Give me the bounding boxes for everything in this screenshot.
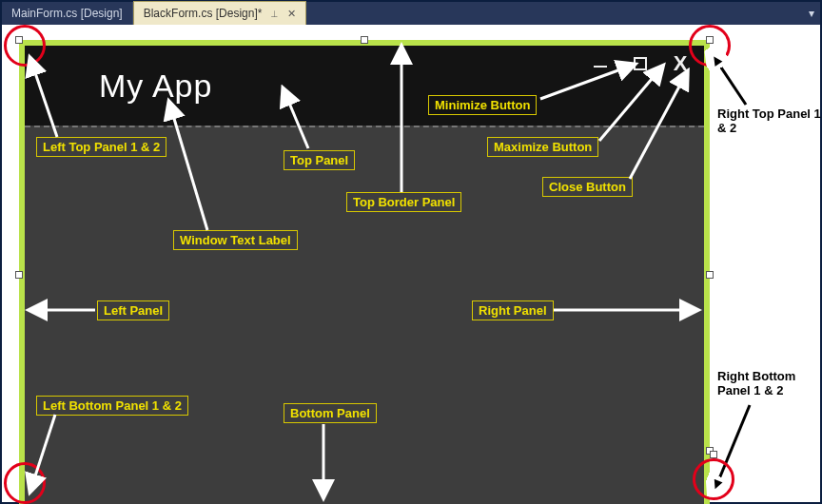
tab-blackform[interactable]: BlackForm.cs [Design]* ⟂ ✕ [133, 1, 307, 25]
resize-handle-n[interactable] [361, 36, 368, 44]
close-tab-icon[interactable]: ✕ [287, 8, 296, 20]
designer-surface: My App X [2, 25, 820, 502]
ann-minimize: Minimize Button [428, 95, 537, 115]
tab-mainform[interactable]: MainForm.cs [Design] [2, 2, 133, 25]
tab-blackform-label: BlackForm.cs [Design]* [144, 7, 263, 20]
ann-right-top-side: Right Top Panel 1 & 2 [717, 107, 822, 135]
ann-top-border: Top Border Panel [346, 192, 461, 212]
titlebar-divider [25, 126, 704, 127]
window-buttons-group: X [590, 53, 691, 74]
minimize-icon [592, 55, 609, 72]
ide-outer-frame: MainForm.cs [Design] BlackForm.cs [Desig… [0, 0, 822, 504]
chevron-down-icon: ▾ [809, 7, 814, 20]
ann-right-bottom-side: Right Bottom Panel 1 & 2 [717, 369, 822, 397]
ann-left-bottom: Left Bottom Panel 1 & 2 [36, 396, 188, 416]
ann-close: Close Button [542, 177, 633, 197]
ann-bottom-panel: Bottom Panel [284, 403, 377, 423]
custom-window-form[interactable]: My App X [19, 40, 710, 504]
ann-left-top: Left Top Panel 1 & 2 [36, 137, 166, 157]
ann-maximize: Maximize Button [487, 137, 598, 157]
top-panel[interactable]: My App X [25, 46, 704, 126]
ide-tab-strip: MainForm.cs [Design] BlackForm.cs [Desig… [2, 2, 820, 25]
marker-circle-bl [4, 462, 46, 504]
minimize-button[interactable] [590, 53, 611, 74]
marker-circle-tl [4, 25, 46, 67]
tab-overflow-menu[interactable]: ▾ [809, 2, 820, 25]
marker-circle-br [693, 458, 734, 500]
window-text-label: My App [99, 68, 212, 105]
form-client-area: My App X [25, 46, 704, 504]
svg-rect-1 [635, 58, 646, 69]
ann-window-text: Window Text Label [173, 230, 298, 250]
ann-right-panel: Right Panel [472, 300, 554, 320]
resize-handle-e[interactable] [706, 271, 714, 279]
ann-left-panel: Left Panel [97, 300, 169, 320]
tab-mainform-label: MainForm.cs [Design] [11, 7, 123, 20]
marker-circle-tr [689, 25, 731, 67]
close-button[interactable]: X [670, 53, 691, 74]
maximize-icon [632, 55, 649, 72]
resize-handle-inner-se2[interactable] [710, 451, 717, 458]
ann-top-panel: Top Panel [284, 150, 355, 170]
pin-icon[interactable]: ⟂ [271, 8, 278, 19]
resize-handle-w[interactable] [15, 271, 23, 279]
maximize-button[interactable] [630, 53, 651, 74]
